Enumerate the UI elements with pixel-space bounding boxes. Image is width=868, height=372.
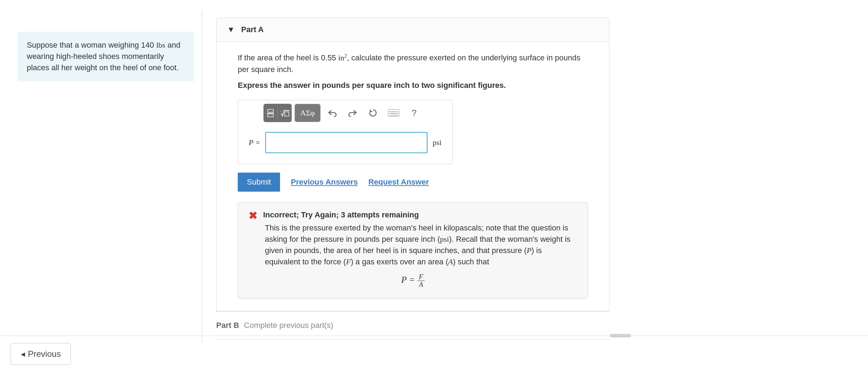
question-pre: If the area of the heel is 0.55 <box>238 53 338 62</box>
keyboard-button[interactable] <box>385 104 402 121</box>
svg-rect-2 <box>268 114 273 117</box>
redo-button[interactable] <box>344 104 362 121</box>
answer-input[interactable] <box>265 132 427 153</box>
keyboard-icon <box>388 109 399 116</box>
unit-label: psi <box>432 138 442 147</box>
request-answer-link[interactable]: Request Answer <box>368 178 429 187</box>
question-unit-base: in <box>338 53 344 62</box>
problem-unit: lbs <box>156 41 165 49</box>
template-tools-group: x <box>263 104 292 122</box>
help-button[interactable]: ? <box>405 104 423 121</box>
answer-panel: x ΑΣφ <box>238 100 453 164</box>
svg-rect-0 <box>268 109 273 112</box>
feedback-box: ✖ Incorrect; Try Again; 3 attempts remai… <box>238 202 588 299</box>
bottom-nav: ◂ Previous <box>0 336 868 372</box>
root-tool-button[interactable]: x <box>278 104 292 122</box>
chevron-down-icon: ▼ <box>227 25 235 34</box>
submit-button[interactable]: Submit <box>238 173 280 192</box>
part-a-title: Part A <box>241 25 264 34</box>
vertical-divider <box>202 11 202 342</box>
question-unit-exp: 2 <box>344 53 347 59</box>
greek-symbols-button[interactable]: ΑΣφ <box>295 104 320 122</box>
fraction-tool-button[interactable] <box>263 104 278 122</box>
answer-instruction: Express the answer in pounds per square … <box>238 81 588 90</box>
previous-button[interactable]: ◂ Previous <box>11 343 71 365</box>
equation-toolbar: x ΑΣφ <box>238 104 453 122</box>
fraction-icon <box>267 109 274 117</box>
feedback-formula: P = F A <box>249 273 577 288</box>
incorrect-icon: ✖ <box>249 210 257 221</box>
problem-statement: Suppose that a woman weighing 140 lbs an… <box>18 32 194 81</box>
reset-button[interactable] <box>364 104 382 121</box>
part-b-title: Part B <box>216 321 239 330</box>
reset-icon <box>369 108 378 118</box>
root-icon: x <box>280 109 290 117</box>
part-a-header[interactable]: ▼ Part A <box>217 18 609 42</box>
svg-rect-4 <box>285 112 289 116</box>
question-text: If the area of the heel is 0.55 in2, cal… <box>238 52 588 75</box>
feedback-headline: Incorrect; Try Again; 3 attempts remaini… <box>263 210 419 220</box>
part-b-status: Complete previous part(s) <box>244 321 333 330</box>
problem-text-pre: Suppose that a woman weighing 140 <box>27 41 156 49</box>
redo-icon <box>348 109 357 117</box>
chevron-left-icon: ◂ <box>21 349 25 359</box>
undo-button[interactable] <box>323 104 341 121</box>
previous-answers-link[interactable]: Previous Answers <box>291 178 358 187</box>
previous-label: Previous <box>28 349 61 359</box>
feedback-body: This is the pressure exerted by the woma… <box>265 222 577 268</box>
undo-icon <box>328 109 337 117</box>
part-b-row: Part B Complete previous part(s) <box>216 311 609 339</box>
symbol-tools-group: ΑΣφ <box>295 104 321 122</box>
svg-text:x: x <box>280 109 281 113</box>
part-a-panel: ▼ Part A If the area of the heel is 0.55… <box>216 18 609 311</box>
variable-label: P = <box>249 138 260 147</box>
